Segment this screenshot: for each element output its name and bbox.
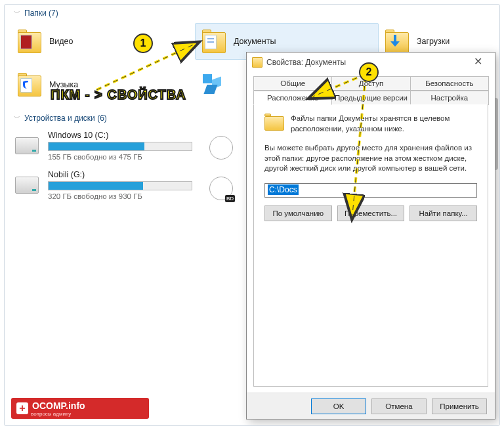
tab-panel-location: Файлы папки Документы хранятся в целевом… <box>253 104 488 387</box>
folder-icon <box>252 57 262 68</box>
dialog-footer: OK Отмена Применить <box>247 393 495 419</box>
drive-info: Nobili (G:) 320 ГБ свободно из 930 ГБ <box>48 170 192 200</box>
capacity-bar <box>48 181 192 190</box>
drive-name: Windows 10 (C:) <box>48 131 192 140</box>
location-desc-2: Вы можете выбрать другое место для хране… <box>264 143 477 174</box>
folder-icon <box>16 72 43 98</box>
section-folders-label: Папки (7) <box>24 9 58 18</box>
tab-customize[interactable]: Настройка <box>410 91 489 105</box>
cube-icon <box>200 72 226 98</box>
folder-documents-label: Документы <box>234 37 276 46</box>
plus-icon: + <box>16 402 28 414</box>
properties-dialog: Свойства: Документы ✕ Общие Доступ Безоп… <box>246 52 495 419</box>
watermark-text: OCOMP.info <box>32 400 85 411</box>
capacity-fill <box>49 142 144 150</box>
download-arrow-icon <box>390 35 400 48</box>
restore-default-button[interactable]: По умолчанию <box>264 205 332 221</box>
explorer-window: ﹀ Папки (7) Видео Документы Загрузки <box>4 4 500 426</box>
find-target-button[interactable]: Найти папку... <box>410 205 477 221</box>
drive-info: Windows 10 (C:) 155 ГБ свободно из 475 Г… <box>48 131 192 161</box>
folder-icon <box>264 114 284 131</box>
watermark: + OCOMP.info вопросы админу <box>11 398 149 419</box>
hdd-icon <box>15 177 39 194</box>
annotation-hint-text: ПКМ - > СВОЙСТВА <box>51 87 186 102</box>
annotation-badge-2: 2 <box>359 62 379 82</box>
apply-button[interactable]: Применить <box>432 398 487 414</box>
folder-video[interactable]: Видео <box>11 23 195 60</box>
location-button-row: По умолчанию Переместить... Найти папку.… <box>264 205 477 221</box>
capacity-fill <box>49 182 143 190</box>
cancel-button[interactable]: Отмена <box>371 398 427 414</box>
section-folders-header[interactable]: ﹀ Папки (7) <box>5 5 499 20</box>
folder-icon <box>384 28 410 54</box>
tab-security[interactable]: Безопасность <box>410 76 489 91</box>
chevron-down-icon: ﹀ <box>14 9 20 18</box>
drive-sub: 155 ГБ свободно из 475 ГБ <box>48 153 192 161</box>
dialog-tabs: Общие Доступ Безопасность Расположение П… <box>253 76 488 387</box>
location-path-input[interactable]: C:\Docs <box>264 183 477 198</box>
drive-name: Nobili (G:) <box>48 170 192 179</box>
folder-icon <box>16 28 43 54</box>
move-button[interactable]: Переместить... <box>337 205 405 221</box>
location-desc-1: Файлы папки Документы хранятся в целевом… <box>291 114 477 134</box>
drive-c[interactable]: Windows 10 (C:) 155 ГБ свободно из 475 Г… <box>15 131 192 161</box>
chevron-down-icon: ﹀ <box>14 114 20 123</box>
capacity-bar <box>48 142 192 151</box>
watermark-sub: вопросы админу <box>31 411 85 417</box>
disc-icon[interactable] <box>209 136 233 160</box>
bd-disc-icon[interactable]: BD <box>209 177 233 200</box>
folder-video-label: Видео <box>49 37 74 46</box>
folder-downloads-label: Загрузки <box>417 37 450 46</box>
path-selected-text: C:\Docs <box>268 184 299 195</box>
annotation-badge-1: 1 <box>133 33 153 53</box>
section-drives-label: Устройства и диски (6) <box>24 114 107 123</box>
tab-previous-versions[interactable]: Предыдущие версии <box>331 91 410 105</box>
ok-button[interactable]: OK <box>311 398 366 414</box>
folder-icon <box>201 28 227 54</box>
hdd-icon <box>15 137 39 154</box>
optical-drives: BD <box>209 136 233 217</box>
tab-location[interactable]: Расположение <box>253 91 332 105</box>
drive-sub: 320 ГБ свободно из 930 ГБ <box>48 192 192 200</box>
drive-g[interactable]: Nobili (G:) 320 ГБ свободно из 930 ГБ <box>15 170 192 200</box>
close-button[interactable]: ✕ <box>465 55 491 70</box>
tab-general[interactable]: Общие <box>253 76 332 91</box>
